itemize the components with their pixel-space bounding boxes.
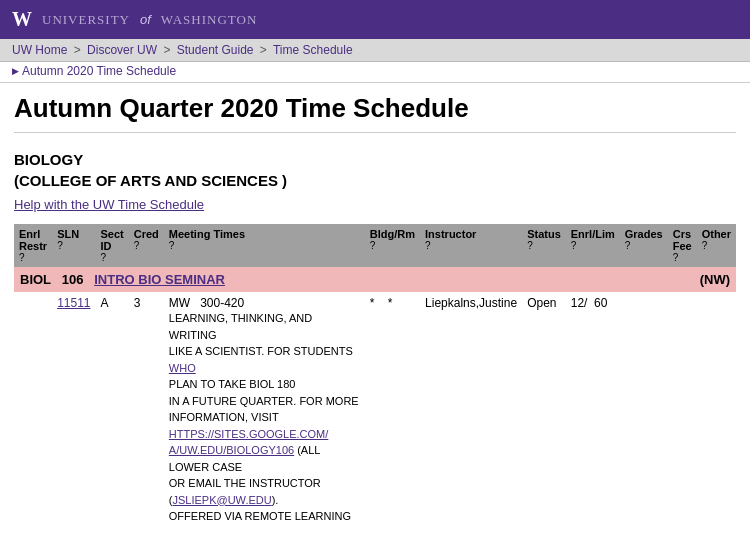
th-grades: Grades ? [620,224,668,267]
breadcrumb-time-schedule[interactable]: Time Schedule [273,43,353,57]
cell-enrl-restr [14,292,52,529]
cell-grades [620,292,668,529]
th-bldg-rm: Bldg/Rm ? [365,224,420,267]
department-header: BIOLOGY (COLLEGE OF ARTS AND SCIENCES ) [14,149,736,191]
breadcrumb-home[interactable]: UW Home [12,43,67,57]
schedule-table: EnrlRestr ? SLN ? SectID ? Cred ? Meetin… [14,224,736,529]
course-header-row: BIOL 106 INTRO BIO SEMINAR (NW) [14,267,736,292]
main-content: Autumn Quarter 2020 Time Schedule BIOLOG… [0,83,750,539]
dept-college: (COLLEGE OF ARTS AND SCIENCES ) [14,170,736,191]
sep3: > [260,43,267,57]
th-other: Other ? [697,224,736,267]
course-header-cell: BIOL 106 INTRO BIO SEMINAR (NW) [14,267,736,292]
course-title-link[interactable]: INTRO BIO SEMINAR [94,272,225,287]
breadcrumb-student-guide[interactable]: Student Guide [177,43,254,57]
cell-cred: 3 [129,292,164,529]
nw-badge: (NW) [700,272,730,287]
cell-other [697,292,736,529]
breadcrumb-discover[interactable]: Discover UW [87,43,157,57]
cell-sect-id: A [96,292,129,529]
cell-meeting-times: MW 300-420 LEARNING, THINKING, AND WRITI… [164,292,365,529]
of-text: of [140,12,151,27]
help-link[interactable]: Help with the UW Time Schedule [14,197,204,212]
cell-sln: 11511 [52,292,95,529]
uw-header: W UNIVERSITY of WASHINGTON [0,0,750,39]
course-notes: LEARNING, THINKING, AND WRITING LIKE A S… [169,310,360,525]
breadcrumb: UW Home > Discover UW > Student Guide > … [12,43,738,57]
th-enrl-lim: Enrl/Lim ? [566,224,620,267]
cell-instructor: Liepkalns,Justine [420,292,522,529]
th-enrl-restr: EnrlRestr ? [14,224,52,267]
current-page-link[interactable]: Autumn 2020 Time Schedule [12,64,738,78]
sln-link[interactable]: 11511 [57,296,90,310]
current-page-row: Autumn 2020 Time Schedule [0,62,750,83]
th-crs-fee: CrsFee ? [668,224,697,267]
th-sect-id: SectID ? [96,224,129,267]
cell-status: Open [522,292,566,529]
th-meeting-times: Meeting Times ? [164,224,365,267]
th-instructor: Instructor ? [420,224,522,267]
current-page-label: Autumn 2020 Time Schedule [22,64,176,78]
university-text: UNIVERSITY [42,12,130,28]
course-dept: BIOL [20,272,51,287]
sep1: > [74,43,81,57]
table-header: EnrlRestr ? SLN ? SectID ? Cred ? Meetin… [14,224,736,267]
th-status: Status ? [522,224,566,267]
cell-bldg-rm: * * [365,292,420,529]
page-title: Autumn Quarter 2020 Time Schedule [14,93,736,133]
sep2: > [163,43,170,57]
washington-text: WASHINGTON [161,12,257,28]
cell-enrl-lim: 12/ 60 [566,292,620,529]
dept-name: BIOLOGY [14,149,736,170]
uw-logo: W [12,8,32,31]
table-row: 11511 A 3 MW 300-420 LEARNING, THINKING,… [14,292,736,529]
course-number: 106 [62,272,84,287]
th-sln: SLN ? [52,224,95,267]
nav-bar: UW Home > Discover UW > Student Guide > … [0,39,750,62]
th-cred: Cred ? [129,224,164,267]
cell-crs-fee [668,292,697,529]
